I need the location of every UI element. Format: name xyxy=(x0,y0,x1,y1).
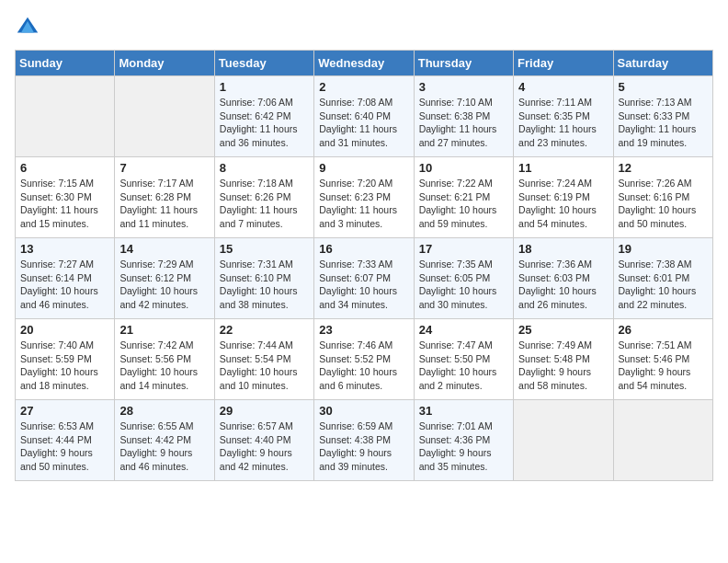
calendar-cell: 6Sunrise: 7:15 AM Sunset: 6:30 PM Daylig… xyxy=(16,157,115,238)
header-day-friday: Friday xyxy=(514,51,613,76)
day-number: 22 xyxy=(220,323,309,337)
calendar-cell xyxy=(514,400,613,481)
calendar-cell: 25Sunrise: 7:49 AM Sunset: 5:48 PM Dayli… xyxy=(514,319,613,400)
calendar-cell: 1Sunrise: 7:06 AM Sunset: 6:42 PM Daylig… xyxy=(214,76,313,157)
calendar-table: SundayMondayTuesdayWednesdayThursdayFrid… xyxy=(15,50,713,481)
day-info: Sunrise: 7:13 AM Sunset: 6:33 PM Dayligh… xyxy=(619,96,708,150)
calendar-cell: 29Sunrise: 6:57 AM Sunset: 4:40 PM Dayli… xyxy=(214,400,313,481)
day-info: Sunrise: 7:06 AM Sunset: 6:42 PM Dayligh… xyxy=(220,96,309,150)
day-info: Sunrise: 7:17 AM Sunset: 6:28 PM Dayligh… xyxy=(119,177,209,231)
day-number: 30 xyxy=(319,404,408,418)
day-info: Sunrise: 7:18 AM Sunset: 6:26 PM Dayligh… xyxy=(220,177,309,231)
calendar-cell: 5Sunrise: 7:13 AM Sunset: 6:33 PM Daylig… xyxy=(613,76,712,157)
day-info: Sunrise: 7:10 AM Sunset: 6:38 PM Dayligh… xyxy=(419,96,508,150)
calendar-cell xyxy=(16,76,115,157)
calendar-cell: 20Sunrise: 7:40 AM Sunset: 5:59 PM Dayli… xyxy=(16,319,115,400)
day-number: 24 xyxy=(419,323,508,337)
day-info: Sunrise: 6:53 AM Sunset: 4:44 PM Dayligh… xyxy=(20,419,109,474)
calendar-cell: 14Sunrise: 7:29 AM Sunset: 6:12 PM Dayli… xyxy=(115,238,214,319)
calendar-cell: 21Sunrise: 7:42 AM Sunset: 5:56 PM Dayli… xyxy=(115,319,214,400)
week-row-3: 13Sunrise: 7:27 AM Sunset: 6:14 PM Dayli… xyxy=(16,238,713,319)
calendar-cell: 19Sunrise: 7:38 AM Sunset: 6:01 PM Dayli… xyxy=(613,238,712,319)
day-info: Sunrise: 7:01 AM Sunset: 4:36 PM Dayligh… xyxy=(419,419,508,474)
week-row-1: 1Sunrise: 7:06 AM Sunset: 6:42 PM Daylig… xyxy=(16,76,713,157)
day-number: 13 xyxy=(20,242,109,256)
calendar-cell: 26Sunrise: 7:51 AM Sunset: 5:46 PM Dayli… xyxy=(613,319,712,400)
header-row: SundayMondayTuesdayWednesdayThursdayFrid… xyxy=(16,51,713,76)
header-day-wednesday: Wednesday xyxy=(314,51,414,76)
day-number: 20 xyxy=(20,323,109,337)
day-info: Sunrise: 6:57 AM Sunset: 4:40 PM Dayligh… xyxy=(220,419,309,474)
day-number: 6 xyxy=(20,161,109,175)
day-info: Sunrise: 7:15 AM Sunset: 6:30 PM Dayligh… xyxy=(20,177,109,231)
day-number: 1 xyxy=(220,80,309,94)
day-info: Sunrise: 6:59 AM Sunset: 4:38 PM Dayligh… xyxy=(319,419,408,474)
day-number: 9 xyxy=(319,161,408,175)
day-info: Sunrise: 7:11 AM Sunset: 6:35 PM Dayligh… xyxy=(518,96,608,150)
calendar-cell: 28Sunrise: 6:55 AM Sunset: 4:42 PM Dayli… xyxy=(115,400,214,481)
day-number: 8 xyxy=(220,161,309,175)
header-day-saturday: Saturday xyxy=(613,51,712,76)
calendar-cell: 12Sunrise: 7:26 AM Sunset: 6:16 PM Dayli… xyxy=(613,157,712,238)
logo xyxy=(15,15,44,40)
calendar-cell: 27Sunrise: 6:53 AM Sunset: 4:44 PM Dayli… xyxy=(16,400,115,481)
day-number: 7 xyxy=(119,161,209,175)
day-info: Sunrise: 6:55 AM Sunset: 4:42 PM Dayligh… xyxy=(119,419,209,474)
day-info: Sunrise: 7:29 AM Sunset: 6:12 PM Dayligh… xyxy=(119,258,209,312)
day-number: 25 xyxy=(518,323,608,337)
day-number: 21 xyxy=(119,323,209,337)
day-number: 31 xyxy=(419,404,508,418)
calendar-cell xyxy=(613,400,712,481)
calendar-cell: 13Sunrise: 7:27 AM Sunset: 6:14 PM Dayli… xyxy=(16,238,115,319)
day-info: Sunrise: 7:31 AM Sunset: 6:10 PM Dayligh… xyxy=(220,258,309,312)
calendar-cell: 16Sunrise: 7:33 AM Sunset: 6:07 PM Dayli… xyxy=(314,238,414,319)
calendar-cell: 2Sunrise: 7:08 AM Sunset: 6:40 PM Daylig… xyxy=(314,76,414,157)
day-info: Sunrise: 7:40 AM Sunset: 5:59 PM Dayligh… xyxy=(20,339,109,393)
header-day-sunday: Sunday xyxy=(16,51,115,76)
day-number: 3 xyxy=(419,80,508,94)
day-info: Sunrise: 7:47 AM Sunset: 5:50 PM Dayligh… xyxy=(419,339,508,393)
header-day-thursday: Thursday xyxy=(414,51,513,76)
logo-icon xyxy=(15,15,40,40)
day-number: 18 xyxy=(518,242,608,256)
day-info: Sunrise: 7:44 AM Sunset: 5:54 PM Dayligh… xyxy=(220,339,309,393)
day-info: Sunrise: 7:36 AM Sunset: 6:03 PM Dayligh… xyxy=(518,258,608,312)
day-info: Sunrise: 7:42 AM Sunset: 5:56 PM Dayligh… xyxy=(119,339,209,393)
calendar-cell: 24Sunrise: 7:47 AM Sunset: 5:50 PM Dayli… xyxy=(414,319,513,400)
calendar-cell: 8Sunrise: 7:18 AM Sunset: 6:26 PM Daylig… xyxy=(214,157,313,238)
calendar-cell xyxy=(115,76,214,157)
day-info: Sunrise: 7:08 AM Sunset: 6:40 PM Dayligh… xyxy=(319,96,408,150)
day-info: Sunrise: 7:22 AM Sunset: 6:21 PM Dayligh… xyxy=(419,177,508,231)
day-info: Sunrise: 7:24 AM Sunset: 6:19 PM Dayligh… xyxy=(518,177,608,231)
calendar-header: SundayMondayTuesdayWednesdayThursdayFrid… xyxy=(16,51,713,76)
day-number: 15 xyxy=(220,242,309,256)
week-row-4: 20Sunrise: 7:40 AM Sunset: 5:59 PM Dayli… xyxy=(16,319,713,400)
day-number: 17 xyxy=(419,242,508,256)
day-number: 10 xyxy=(419,161,508,175)
header xyxy=(15,15,713,40)
calendar-cell: 7Sunrise: 7:17 AM Sunset: 6:28 PM Daylig… xyxy=(115,157,214,238)
calendar-cell: 18Sunrise: 7:36 AM Sunset: 6:03 PM Dayli… xyxy=(514,238,613,319)
calendar-cell: 17Sunrise: 7:35 AM Sunset: 6:05 PM Dayli… xyxy=(414,238,513,319)
day-info: Sunrise: 7:27 AM Sunset: 6:14 PM Dayligh… xyxy=(20,258,109,312)
day-info: Sunrise: 7:51 AM Sunset: 5:46 PM Dayligh… xyxy=(619,339,708,393)
day-info: Sunrise: 7:38 AM Sunset: 6:01 PM Dayligh… xyxy=(619,258,708,312)
calendar-cell: 30Sunrise: 6:59 AM Sunset: 4:38 PM Dayli… xyxy=(314,400,414,481)
day-number: 4 xyxy=(518,80,608,94)
calendar-cell: 23Sunrise: 7:46 AM Sunset: 5:52 PM Dayli… xyxy=(314,319,414,400)
day-info: Sunrise: 7:26 AM Sunset: 6:16 PM Dayligh… xyxy=(619,177,708,231)
week-row-2: 6Sunrise: 7:15 AM Sunset: 6:30 PM Daylig… xyxy=(16,157,713,238)
calendar-cell: 15Sunrise: 7:31 AM Sunset: 6:10 PM Dayli… xyxy=(214,238,313,319)
day-number: 19 xyxy=(619,242,708,256)
header-day-tuesday: Tuesday xyxy=(214,51,313,76)
calendar-body: 1Sunrise: 7:06 AM Sunset: 6:42 PM Daylig… xyxy=(16,76,713,481)
calendar-cell: 11Sunrise: 7:24 AM Sunset: 6:19 PM Dayli… xyxy=(514,157,613,238)
calendar-cell: 4Sunrise: 7:11 AM Sunset: 6:35 PM Daylig… xyxy=(514,76,613,157)
week-row-5: 27Sunrise: 6:53 AM Sunset: 4:44 PM Dayli… xyxy=(16,400,713,481)
day-number: 27 xyxy=(20,404,109,418)
day-number: 28 xyxy=(119,404,209,418)
header-day-monday: Monday xyxy=(115,51,214,76)
day-info: Sunrise: 7:33 AM Sunset: 6:07 PM Dayligh… xyxy=(319,258,408,312)
calendar-cell: 22Sunrise: 7:44 AM Sunset: 5:54 PM Dayli… xyxy=(214,319,313,400)
day-number: 26 xyxy=(619,323,708,337)
